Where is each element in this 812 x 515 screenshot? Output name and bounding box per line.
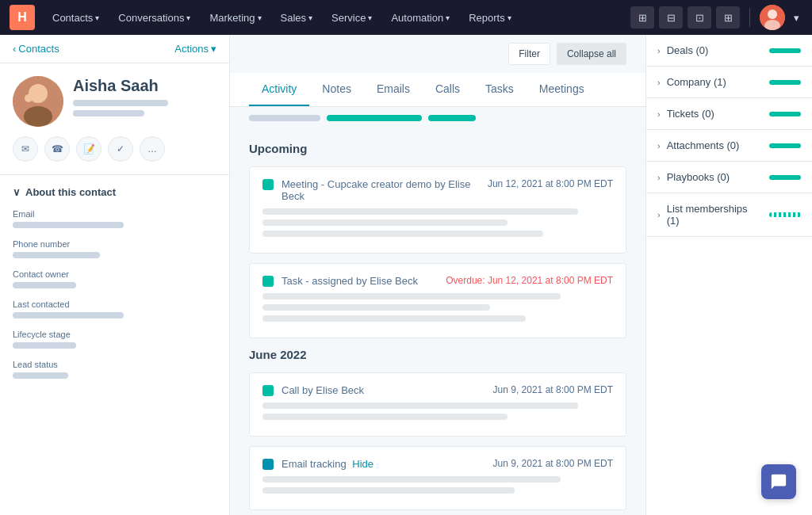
- right-panel: › Deals (0) › Company (1) › Tickets (0) …: [645, 35, 812, 515]
- chevron-left-icon: ‹: [13, 43, 16, 55]
- company-bar: [769, 80, 801, 85]
- email-action-button[interactable]: ✉: [13, 136, 38, 162]
- attachments-bar: [769, 143, 801, 148]
- more-action-button[interactable]: …: [140, 136, 165, 162]
- owner-field-group: Contact owner: [13, 269, 216, 288]
- user-avatar[interactable]: [760, 5, 785, 30]
- chevron-down-icon: ▾: [95, 13, 99, 22]
- email-tracking-row: Email tracking Hide Jun 9, 2021 at 8:00 …: [262, 458, 613, 470]
- lifecycle-field-group: Lifecycle stage: [13, 330, 216, 349]
- main-layout: ‹ Contacts Actions ▾: [0, 35, 812, 515]
- call-date: Jun 9, 2021 at 8:00 PM EDT: [493, 384, 613, 395]
- nav-conversations[interactable]: Conversations ▾: [110, 9, 198, 27]
- june2022-section-title: June 2022: [249, 348, 626, 361]
- chevron-down-icon: ▾: [446, 13, 450, 22]
- tab-notes[interactable]: Notes: [309, 73, 364, 106]
- task-activity-row: Task - assigned by Elise Beck Overdue: J…: [262, 275, 613, 287]
- actions-button[interactable]: Actions ▾: [174, 43, 216, 55]
- deals-section[interactable]: › Deals (0): [646, 35, 812, 67]
- center-panel: Filter Collapse all Activity Notes Email…: [230, 35, 645, 515]
- tab-emails[interactable]: Emails: [364, 73, 423, 106]
- email-tracking-title: Email tracking Hide: [282, 458, 373, 470]
- contact-info: Aisha Saah: [73, 76, 216, 116]
- nav-search-button[interactable]: ⊞: [630, 6, 654, 29]
- collapse-all-button[interactable]: Collapse all: [557, 43, 626, 65]
- svg-point-1: [768, 10, 777, 19]
- tabs-container: Activity Notes Emails Calls Tasks Meetin…: [249, 73, 626, 106]
- phone-label: Phone number: [13, 239, 216, 249]
- tab-tasks[interactable]: Tasks: [473, 73, 527, 106]
- nav-reports[interactable]: Reports ▾: [461, 9, 519, 27]
- svg-rect-5: [24, 106, 52, 127]
- playbooks-section[interactable]: › Playbooks (0): [646, 162, 812, 193]
- chevron-right-icon: ›: [657, 173, 661, 182]
- list-memberships-label: List memberships (1): [667, 203, 763, 227]
- call-activity-left: Call by Elise Beck: [262, 384, 481, 396]
- chevron-right-icon: ›: [657, 141, 661, 151]
- deals-label: Deals (0): [667, 44, 763, 56]
- task-date: Overdue: Jun 12, 2021 at 8:00 PM EDT: [446, 275, 613, 286]
- nav-settings-button[interactable]: ⊞: [716, 6, 740, 29]
- hide-link[interactable]: Hide: [352, 458, 373, 470]
- company-section[interactable]: › Company (1): [646, 67, 812, 98]
- chevron-down-icon: ∨: [13, 186, 21, 198]
- email-field-group: Email: [13, 209, 216, 228]
- skeleton-line: [262, 414, 508, 420]
- hubspot-logo[interactable]: H: [10, 5, 35, 30]
- nav-account-chevron[interactable]: ▾: [790, 6, 802, 29]
- tab-meetings[interactable]: Meetings: [527, 73, 597, 106]
- task-activity-left: Task - assigned by Elise Beck: [262, 275, 433, 287]
- email-dot: [262, 459, 274, 470]
- skeleton-line: [262, 304, 490, 311]
- nav-automation[interactable]: Automation ▾: [383, 9, 458, 27]
- call-activity-row: Call by Elise Beck Jun 9, 2021 at 8:00 P…: [262, 384, 613, 396]
- chevron-right-icon: ›: [657, 210, 661, 219]
- skeleton-line: [262, 476, 561, 483]
- tab-activity[interactable]: Activity: [249, 73, 309, 106]
- about-toggle[interactable]: ∨ About this contact: [13, 186, 216, 198]
- tab-calls[interactable]: Calls: [423, 73, 473, 106]
- nav-service[interactable]: Service ▾: [324, 9, 380, 27]
- lifecycle-value: [13, 342, 76, 349]
- nav-create-button[interactable]: ⊟: [659, 6, 683, 29]
- progress-bar-teal2: [428, 115, 476, 121]
- chevron-down-icon: ▾: [508, 13, 511, 22]
- list-memberships-section[interactable]: › List memberships (1): [646, 193, 812, 237]
- contact-subtitle-bar: [73, 100, 168, 106]
- meeting-activity-card: Meeting - Cupcake creator demo by Elise …: [249, 166, 626, 254]
- nav-sales[interactable]: Sales ▾: [273, 9, 321, 27]
- chat-button[interactable]: [761, 464, 796, 499]
- nav-help-button[interactable]: ⊡: [688, 6, 711, 29]
- skeleton-line: [262, 293, 561, 299]
- skeleton-line: [262, 208, 578, 215]
- meeting-activity-row: Meeting - Cupcake creator demo by Elise …: [262, 178, 613, 202]
- list-memberships-bar: [769, 212, 801, 217]
- phone-value: [13, 252, 100, 258]
- progress-bar-gray: [249, 115, 320, 121]
- chevron-right-icon: ›: [657, 109, 661, 119]
- tickets-bar: [769, 112, 801, 116]
- task-action-button[interactable]: ✓: [108, 136, 133, 162]
- attachments-section[interactable]: › Attachments (0): [646, 130, 812, 162]
- nav-contacts[interactable]: Contacts ▾: [44, 9, 107, 27]
- activity-tabs: Activity Notes Emails Calls Tasks Meetin…: [230, 73, 645, 107]
- chevron-down-icon: ▾: [258, 13, 262, 22]
- contact-action-buttons: ✉ ☎ 📝 ✓ …: [13, 136, 216, 162]
- lifecycle-label: Lifecycle stage: [13, 330, 216, 339]
- chevron-right-icon: ›: [657, 78, 661, 87]
- call-dot: [262, 385, 274, 396]
- filter-button[interactable]: Filter: [508, 43, 550, 65]
- last-contacted-label: Last contacted: [13, 299, 216, 309]
- note-action-button[interactable]: 📝: [76, 136, 102, 162]
- deals-bar: [769, 48, 801, 53]
- tickets-section[interactable]: › Tickets (0): [646, 98, 812, 130]
- phone-action-button[interactable]: ☎: [44, 136, 70, 162]
- progress-bar-teal: [327, 115, 422, 121]
- back-to-contacts[interactable]: ‹ Contacts: [13, 43, 59, 55]
- nav-divider: [749, 8, 750, 27]
- nav-marketing[interactable]: Marketing ▾: [201, 9, 269, 27]
- task-activity-card: Task - assigned by Elise Beck Overdue: J…: [249, 263, 626, 338]
- svg-point-6: [25, 94, 33, 102]
- email-tracking-card: Email tracking Hide Jun 9, 2021 at 8:00 …: [249, 446, 626, 510]
- company-label: Company (1): [667, 76, 763, 88]
